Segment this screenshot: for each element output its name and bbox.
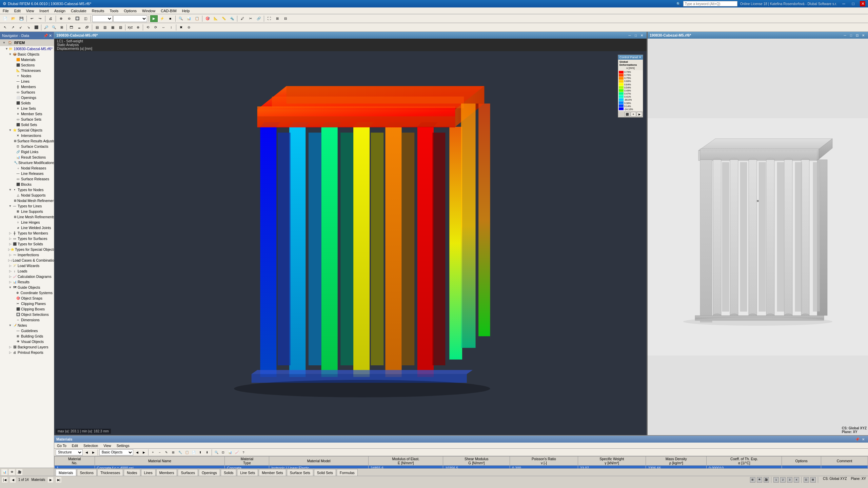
tab-solids[interactable]: Solids — [221, 469, 237, 476]
types-special-group[interactable]: ▷ ⭐ Types for Special Objects — [0, 247, 54, 252]
tab-openings[interactable]: Openings — [199, 469, 220, 476]
tab-members[interactable]: Members — [156, 469, 177, 476]
btb14[interactable]: 🔍 — [213, 449, 219, 455]
btb4[interactable]: ▶ — [141, 449, 147, 455]
status-icon-8[interactable]: ⊡ — [804, 477, 809, 483]
render-btn1[interactable]: 🗔 — [68, 24, 75, 31]
line-releases-item[interactable]: ▷ — Line Releases — [0, 171, 54, 176]
load-dropdown[interactable]: Self-weight — [113, 15, 147, 22]
tb17[interactable]: ✂ — [247, 15, 254, 22]
tab-nodes[interactable]: Nodes — [124, 469, 140, 476]
btb15[interactable]: ⊡ — [220, 449, 226, 455]
axis-btn[interactable]: xyz — [126, 24, 134, 31]
tab-line-sets[interactable]: Line Sets — [237, 469, 258, 476]
menu-calculate[interactable]: Calculate — [68, 7, 89, 14]
load-cases-group[interactable]: ▷ ↓ Load Cases & Combinations — [0, 258, 54, 263]
run-btn[interactable]: ▶ — [150, 15, 158, 22]
menu-cadbim[interactable]: CAD-BIM — [158, 7, 179, 14]
visual-objects-item[interactable]: ▷ 👁 Visual Objects — [0, 339, 54, 344]
btb13[interactable]: ⬇ — [204, 449, 210, 455]
btb6[interactable]: − — [157, 449, 163, 455]
types-surfaces-group[interactable]: ▷ ▭ Types for Surfaces — [0, 236, 54, 241]
menu-tools[interactable]: Tools — [107, 7, 121, 14]
vp-left-max[interactable]: □ — [633, 33, 638, 38]
btb9[interactable]: 🔧 — [177, 449, 183, 455]
tab-lines[interactable]: Lines — [141, 469, 156, 476]
tb16[interactable]: 🖊 — [239, 15, 246, 22]
bottom-goto[interactable]: Go To — [54, 443, 69, 448]
result-sections-item[interactable]: ▷ 📊 Result Sections — [0, 155, 54, 160]
btb5[interactable]: + — [150, 449, 156, 455]
tb14[interactable]: 📏 — [220, 15, 228, 22]
status-icon-6[interactable]: 3 — [787, 477, 792, 483]
lines-item[interactable]: ▷ — Lines — [0, 79, 54, 84]
line-welded-joints-item[interactable]: ▷ ⌀ Line Welded Joints — [0, 225, 54, 230]
guide-objects-group[interactable]: ▼ 🗺 Guide Objects — [0, 285, 54, 290]
file-item[interactable]: ▼ 📁 190830-Cabezal-M5.rf6* — [0, 46, 54, 52]
zoom-fit[interactable]: ⊠ — [58, 24, 65, 31]
nav-btn3[interactable]: 🎥 — [16, 469, 22, 475]
filter-btn1[interactable]: ▤ — [93, 24, 101, 31]
tb21[interactable]: ⊟ — [282, 15, 289, 22]
special-objects-group[interactable]: ▼ ⭐ Special Objects — [0, 127, 54, 133]
structure-mod-item[interactable]: ▷ 🔧 Structure Modifications — [0, 160, 54, 165]
line-mesh-item[interactable]: ▷ ⊞ Line Mesh Refinements — [0, 214, 54, 220]
tb5[interactable]: 🔲 — [74, 15, 81, 22]
tb7[interactable]: ⚡ — [158, 15, 166, 22]
right-model-view[interactable]: CS: Global XYZ Plane: XY — [648, 39, 868, 435]
lc-dropdown[interactable]: LC1 — [92, 15, 113, 22]
tb20[interactable]: ⊞ — [274, 15, 281, 22]
btb17[interactable]: 📈 — [234, 449, 240, 455]
cp-btn2[interactable]: ≡ — [631, 112, 636, 117]
vp-right-min[interactable]: ─ — [842, 33, 848, 38]
nodal-supports-item[interactable]: ▷ △ Nodal Supports — [0, 192, 54, 198]
status-icon-1[interactable]: ⊞ — [750, 477, 755, 483]
status-icon-7[interactable]: 4 — [794, 477, 799, 483]
structure-dropdown[interactable]: Structure — [56, 449, 83, 455]
openings-item[interactable]: ▷ ⬜ Openings — [0, 95, 54, 100]
tab-materials[interactable]: Materials — [56, 469, 76, 476]
vp-left-close[interactable]: ✕ — [639, 33, 645, 38]
filter-btn2[interactable]: ▥ — [101, 24, 108, 31]
material-name-input[interactable] — [97, 466, 148, 468]
status-icon-9[interactable]: ⊠ — [810, 477, 816, 483]
tb23[interactable]: ⟲ — [144, 24, 152, 31]
line-supports-item[interactable]: ▷ ⊠ Line Supports — [0, 209, 54, 214]
thicknesses-item[interactable]: ▷ 📐 Thicknesses — [0, 68, 54, 73]
cp-close-btn[interactable]: ✕ — [639, 56, 642, 59]
minimize-button[interactable]: ─ — [841, 1, 847, 6]
tb15[interactable]: 🔩 — [228, 15, 236, 22]
printout-reports-group[interactable]: ▷ 🖨 Printout Reports — [0, 350, 54, 355]
btb18[interactable]: ? — [240, 449, 246, 455]
surfaces-item[interactable]: ▷ ▭ Surfaces — [0, 89, 54, 95]
status-icon-2[interactable]: 👁 — [757, 477, 762, 483]
nav-btn2[interactable]: 👁 — [9, 469, 15, 475]
tb6[interactable]: ◫ — [82, 15, 89, 22]
tab-surface-sets[interactable]: Surface Sets — [287, 469, 313, 476]
line-hinges-item[interactable]: ▷ ○ Line Hinges — [0, 220, 54, 225]
view-btn1[interactable]: ↖ — [1, 24, 9, 31]
new-btn[interactable]: 📄 — [1, 15, 9, 22]
menu-insert[interactable]: Insert — [37, 7, 52, 14]
tb9[interactable]: 🔍 — [177, 15, 184, 22]
notes-group[interactable]: ▼ 📝 Notes — [0, 323, 54, 328]
tb4[interactable]: ⊖ — [65, 15, 73, 22]
background-layers-group[interactable]: ▷ 🖼 Background Layers — [0, 344, 54, 350]
blocks-item[interactable]: ▷ ⬛ Blocks — [0, 182, 54, 187]
filter-btn3[interactable]: ▦ — [109, 24, 116, 31]
tb22[interactable]: ⊕ — [134, 24, 142, 31]
btb8[interactable]: ⊞ — [170, 449, 176, 455]
btb3[interactable]: ◀ — [134, 449, 140, 455]
btb10[interactable]: 📋 — [184, 449, 190, 455]
zoom-out[interactable]: 🔍 — [50, 24, 58, 31]
undo-btn[interactable]: ↩ — [28, 15, 36, 22]
tb24[interactable]: ⟳ — [152, 24, 159, 31]
vp-right-close[interactable]: ✕ — [861, 33, 866, 38]
render-btn2[interactable]: 🗕 — [76, 24, 83, 31]
view-btn5[interactable]: ⬛ — [33, 24, 40, 31]
object-snaps-item[interactable]: ▷ 🎯 Object Snaps — [0, 296, 54, 301]
basic-objects-group[interactable]: ▼ 📦 Basic Objects — [0, 52, 54, 57]
render-btn3[interactable]: 🗗 — [83, 24, 91, 31]
cp-btn3[interactable]: ▶ — [637, 112, 642, 117]
status-icon-5[interactable]: 2 — [780, 477, 786, 483]
